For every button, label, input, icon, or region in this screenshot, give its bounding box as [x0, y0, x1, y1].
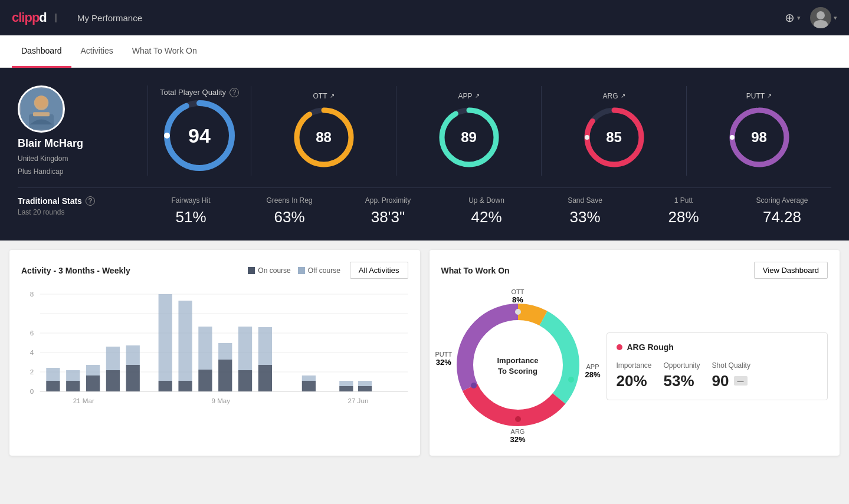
work-content: ImportanceTo Scoring OTT 8% APP 28% ARG … [441, 288, 828, 444]
svg-point-69 [515, 309, 521, 315]
add-button[interactable]: ⊕ ▾ [785, 11, 801, 25]
metric-app: APP ↗ 89 [396, 86, 541, 176]
opportunity-metric: Opportunity 53% [664, 361, 700, 390]
header-left: clippd | My Performance [12, 10, 142, 25]
player-info: Blair McHarg United Kingdom Plus Handica… [18, 85, 142, 176]
header-title: My Performance [77, 13, 142, 23]
gauge-arg: 85 [582, 105, 647, 170]
stat-greens: Greens In Reg 63% [240, 196, 339, 226]
donut-label-app: APP 28% [585, 363, 600, 379]
donut-label-ott: OTT 8% [512, 288, 525, 304]
donut-center-text: ImportanceTo Scoring [497, 355, 538, 377]
svg-point-70 [568, 377, 574, 383]
svg-point-6 [35, 95, 48, 108]
bar-chart: 8 6 4 2 0 21 Mar 9 May 27 Jun [21, 288, 408, 418]
metric-putt: PUTT ↗ 98 [686, 86, 831, 176]
svg-rect-37 [66, 381, 80, 391]
svg-rect-45 [159, 381, 172, 391]
svg-text:4: 4 [30, 349, 34, 356]
svg-rect-5 [33, 112, 50, 116]
logo: clippd [12, 10, 47, 25]
stats-subtitle: Last 20 rounds [18, 208, 142, 216]
svg-rect-56 [258, 327, 272, 365]
svg-rect-55 [258, 365, 272, 391]
all-activities-button[interactable]: All Activities [350, 262, 408, 279]
shot-quality-value-row: 90 — [712, 372, 750, 390]
divider [147, 85, 148, 176]
legend-on-course-dot [248, 267, 255, 274]
tab-what-to-work-on[interactable]: What To Work On [123, 35, 206, 68]
stat-updown: Up & Down 42% [437, 196, 536, 226]
info-card: ARG Rough Importance 20% Opportunity 53%… [607, 332, 828, 400]
svg-rect-52 [218, 343, 232, 360]
work-title: What To Work On [441, 266, 510, 275]
svg-text:0: 0 [30, 388, 34, 395]
header: clippd | My Performance ⊕ ▾ ▾ [0, 0, 849, 35]
activity-title: Activity - 3 Months - Weekly [21, 266, 130, 275]
player-handicap: Plus Handicap [18, 167, 63, 176]
svg-rect-43 [126, 365, 140, 391]
metric-putt-label: PUTT ↗ [746, 92, 772, 100]
svg-rect-59 [339, 386, 353, 391]
svg-rect-40 [86, 365, 100, 375]
stats-label: Traditional Stats ? Last 20 rounds [18, 196, 142, 216]
metric-arg-label: ARG ↗ [602, 92, 625, 100]
tab-dashboard[interactable]: Dashboard [12, 35, 71, 68]
gauge-putt: 98 [727, 105, 792, 170]
svg-rect-36 [46, 368, 60, 381]
gauge-app: 89 [437, 105, 501, 170]
help-icon: ? [86, 196, 95, 206]
svg-point-1 [814, 20, 828, 28]
donut-label-arg: ARG 32% [510, 428, 525, 444]
svg-point-0 [817, 11, 825, 19]
gauge-putt-value: 98 [751, 129, 767, 146]
importance-metric: Importance 20% [617, 361, 652, 390]
svg-rect-60 [339, 381, 353, 386]
legend-off-course-dot [298, 267, 305, 274]
gauge-arg-value: 85 [606, 129, 622, 146]
tabs-nav: Dashboard Activities What To Work On [0, 35, 849, 68]
activity-controls: On course Off course All Activities [248, 262, 408, 279]
svg-rect-47 [178, 381, 192, 391]
svg-rect-48 [178, 301, 192, 381]
arg-indicator-dot [617, 344, 622, 350]
svg-rect-57 [302, 381, 316, 391]
gauge-app-value: 89 [461, 129, 477, 146]
view-dashboard-button[interactable]: View Dashboard [754, 262, 828, 279]
tab-activities[interactable]: Activities [71, 35, 123, 68]
svg-text:21 Mar: 21 Mar [73, 397, 94, 404]
info-card-title: ARG Rough [617, 342, 818, 352]
metric-arg: ARG ↗ 85 [541, 86, 686, 176]
donut-wrapper: ImportanceTo Scoring OTT 8% APP 28% ARG … [441, 288, 595, 444]
avatar-button[interactable]: ▾ [810, 7, 837, 28]
stats-title: Traditional Stats ? [18, 196, 142, 206]
svg-text:2: 2 [30, 368, 34, 375]
traditional-stats: Traditional Stats ? Last 20 rounds Fairw… [18, 187, 831, 229]
legend-off-course: Off course [298, 266, 340, 275]
work-panel-header: What To Work On View Dashboard [441, 262, 828, 279]
svg-rect-42 [106, 347, 120, 370]
svg-rect-53 [238, 370, 252, 391]
svg-rect-41 [106, 370, 120, 391]
player-name: Blair McHarg [18, 137, 83, 150]
svg-rect-51 [218, 360, 232, 391]
shot-quality-badge: — [734, 376, 748, 386]
total-quality-gauge: 94 [161, 97, 238, 174]
stat-fairways: Fairways Hit 51% [142, 196, 240, 226]
total-quality-value: 94 [188, 124, 211, 147]
activity-panel: Activity - 3 Months - Weekly On course O… [9, 250, 420, 456]
svg-text:9 May: 9 May [212, 397, 231, 404]
total-quality: Total Player Quality ? 94 [154, 88, 251, 174]
total-quality-label: Total Player Quality ? [160, 88, 239, 97]
svg-text:8: 8 [30, 291, 34, 298]
info-metrics: Importance 20% Opportunity 53% Shot Qual… [617, 361, 818, 390]
player-avatar [18, 85, 65, 133]
svg-rect-49 [198, 370, 212, 391]
svg-rect-50 [198, 327, 212, 370]
stat-sandsave: Sand Save 33% [536, 196, 634, 226]
hero-section: Blair McHarg United Kingdom Plus Handica… [0, 68, 849, 241]
metrics-row: OTT ↗ 88 APP ↗ [251, 86, 831, 176]
svg-point-71 [515, 416, 521, 422]
player-country: United Kingdom [18, 154, 68, 163]
metric-ott: OTT ↗ 88 [251, 86, 396, 176]
